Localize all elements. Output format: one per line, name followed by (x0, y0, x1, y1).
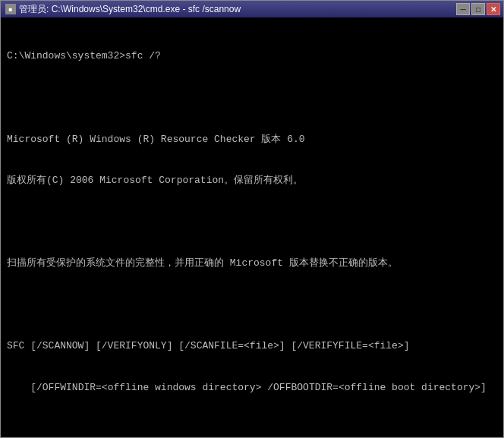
maximize-button[interactable]: □ (471, 3, 485, 15)
cmd-window: ■ 管理员: C:\Windows\System32\cmd.exe - sfc… (0, 0, 504, 438)
copyright-line: 版权所有(C) 2006 Microsoft Corporation。保留所有权… (7, 174, 497, 187)
blank-4 (7, 422, 497, 436)
window-icon: ■ (5, 4, 16, 14)
blank-3 (7, 298, 497, 312)
terminal-content: C:\Windows\system32>sfc /? Microsoft (R)… (7, 22, 497, 437)
close-button[interactable]: ✕ (487, 3, 500, 15)
blank-2 (7, 216, 497, 229)
prompt-line-1: C:\Windows\system32>sfc /? (7, 49, 497, 63)
desc-line: 扫描所有受保护的系统文件的完整性，并用正确的 Microsoft 版本替换不正确… (7, 257, 497, 270)
ms-line: Microsoft (R) Windows (R) Resource Check… (7, 133, 497, 147)
syntax-line1: SFC [/SCANNOW] [/VERIFYONLY] [/SCANFILE=… (7, 339, 497, 353)
title-bar: ■ 管理员: C:\Windows\System32\cmd.exe - sfc… (1, 1, 503, 17)
title-controls: ─ □ ✕ (456, 3, 500, 15)
title-bar-left: ■ 管理员: C:\Windows\System32\cmd.exe - sfc… (5, 3, 241, 16)
syntax-line2: [/OFFWINDIR=<offline windows directory> … (7, 381, 497, 395)
terminal-body[interactable]: C:\Windows\system32>sfc /? Microsoft (R)… (1, 17, 503, 437)
window-title: 管理员: C:\Windows\System32\cmd.exe - sfc /… (19, 3, 241, 16)
blank-1 (7, 91, 497, 105)
minimize-button[interactable]: ─ (456, 3, 470, 15)
